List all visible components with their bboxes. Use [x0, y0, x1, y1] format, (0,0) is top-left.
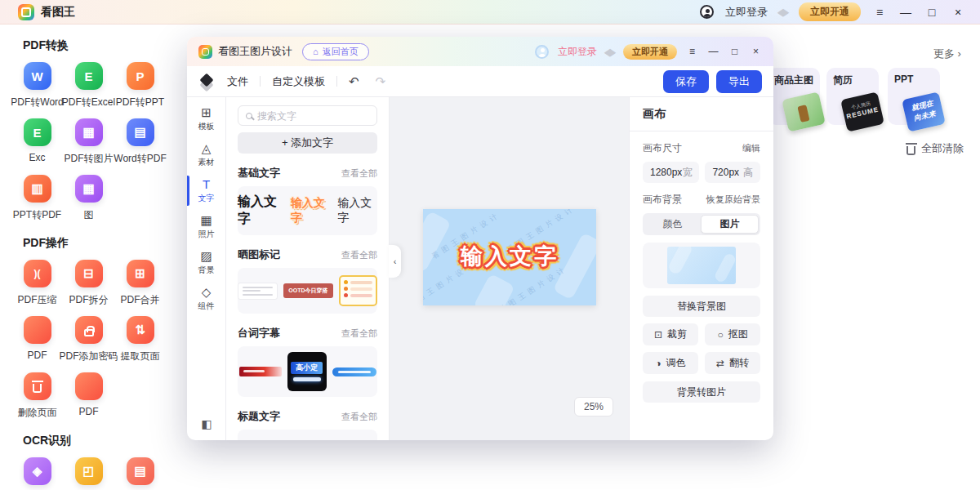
tool-pdf-split[interactable]: ⊟ PDF拆分	[63, 260, 114, 307]
maximize-button[interactable]: □	[924, 6, 939, 19]
minimize-button[interactable]: —	[707, 46, 719, 57]
blue-banner-sample[interactable]	[332, 368, 376, 376]
text-icon: T	[203, 178, 210, 191]
black-subtitle-sample[interactable]: 高小定	[287, 352, 327, 391]
tool-extract-pages[interactable]: ⇅ 提取页面	[114, 316, 166, 363]
search-box[interactable]	[238, 105, 377, 126]
collapse-panel-button[interactable]: ‹	[389, 245, 401, 278]
add-text-button[interactable]: + 添加文字	[238, 132, 377, 154]
cutout-icon: ○	[717, 329, 723, 341]
rail-item-template[interactable]: ⊞ 模板	[187, 101, 225, 136]
back-home-button[interactable]: ⌂ 返回首页	[302, 43, 369, 60]
template-icon: ⊞	[201, 106, 212, 119]
tool-word-to-pdf[interactable]: ▤ Word转PDF	[114, 118, 166, 166]
height-field[interactable]: 720px 高	[705, 162, 760, 183]
rail-item-material[interactable]: ◬ 素材	[187, 137, 225, 172]
clear-all-button[interactable]: 全部清除	[906, 141, 964, 156]
flip-button[interactable]: ⇄ 翻转	[705, 352, 760, 374]
edit-size-link[interactable]: 编辑	[742, 142, 760, 154]
tool-pdf-compress[interactable]: )( PDF压缩	[11, 260, 63, 307]
maximize-button[interactable]: □	[728, 46, 741, 57]
view-all-link[interactable]: 查看全部	[341, 167, 377, 180]
restore-bg-link[interactable]: 恢复原始背景	[706, 194, 760, 206]
upgrade-button[interactable]: 立即开通	[623, 44, 677, 60]
heading-samples: 追日计划 稳定集市 今日	[238, 430, 377, 440]
upgrade-button[interactable]: 立即开通	[799, 2, 861, 21]
word-icon: W	[24, 62, 51, 90]
tool-pdf-to-word[interactable]: W PDF转Word	[11, 62, 63, 109]
text-sample-regular[interactable]: 输入文字	[337, 196, 377, 225]
close-button[interactable]: ×	[750, 46, 762, 57]
menu-file[interactable]: 文件	[216, 74, 260, 89]
tab-color[interactable]: 颜色	[644, 215, 701, 234]
width-field[interactable]: 1280px 宽	[643, 162, 699, 183]
search-input[interactable]	[257, 110, 369, 122]
panel-toggle-icon[interactable]: ◧	[187, 417, 226, 430]
tool-pdf-to-ppt[interactable]: P PDF转PPT	[114, 62, 166, 109]
design-logo-icon	[198, 45, 212, 59]
zoom-level-badge[interactable]: 25%	[574, 397, 613, 416]
tool-excel-to-pdf[interactable]: E Exc	[11, 118, 63, 166]
crop-button[interactable]: ⊡ 裁剪	[643, 323, 698, 345]
tool-pdf-merge[interactable]: ⊞ PDF合并	[114, 260, 166, 307]
cube-icon: ◇	[202, 286, 212, 299]
close-button[interactable]: ×	[951, 6, 965, 19]
tool-single-ocr[interactable]: ◈ 单张识别	[11, 457, 63, 490]
user-avatar-icon[interactable]	[535, 45, 549, 59]
rail-item-photo[interactable]: ▦ 照片	[187, 209, 225, 244]
section-subtitles: 台词字幕	[238, 326, 280, 341]
rail-item-component[interactable]: ◇ 组件	[187, 281, 225, 316]
list-card-sample[interactable]	[339, 275, 377, 306]
adjust-color-button[interactable]: ◑ 调色	[643, 352, 698, 374]
save-button[interactable]: 保存	[663, 70, 709, 93]
minimize-button[interactable]: —	[898, 6, 913, 19]
user-avatar-icon[interactable]	[700, 5, 714, 19]
cutout-button[interactable]: ○ 抠图	[705, 323, 760, 345]
tool-delete-pages[interactable]: 删除页面	[11, 372, 63, 420]
replace-bg-button[interactable]: 替换背景图	[643, 296, 760, 317]
rail-item-background[interactable]: ▨ 背景	[187, 245, 225, 280]
view-all-link[interactable]: 查看全部	[341, 411, 377, 423]
undo-icon[interactable]: ↶	[337, 74, 368, 89]
ootd-badge-sample[interactable]: OOTD今日穿搭	[283, 283, 332, 298]
text-sample-orange[interactable]: 输入文字	[291, 196, 331, 225]
tool-ppt-to-pdf[interactable]: ▥ PPT转PDF	[11, 175, 63, 222]
red-banner-sample[interactable]	[239, 367, 282, 376]
tool-pdf-clipped[interactable]: PDF	[11, 316, 63, 363]
export-button[interactable]: 导出	[716, 70, 762, 93]
merge-icon: ⊞	[127, 260, 154, 287]
vip-diamond-icon[interactable]: ◆	[604, 46, 617, 58]
template-card-resume[interactable]: 简历 个人简历 RESUME	[826, 68, 879, 125]
note-card-sample[interactable]	[238, 283, 278, 300]
tool-pdf-password[interactable]: PDF添加密码	[63, 316, 114, 363]
rail-item-text[interactable]: T 文字	[187, 173, 225, 208]
design-canvas[interactable]: 看图王图片设计 看图王图片设计 看图王图片设计 看图王图片设计 输入文字	[423, 209, 596, 305]
tool-pdf-to-excel[interactable]: E PDF转Excel	[63, 62, 114, 109]
template-card-goods[interactable]: 商品主图	[768, 68, 820, 125]
text-sample-bold[interactable]: 输入文字	[238, 194, 283, 228]
redo-icon[interactable]: ↷	[368, 74, 394, 89]
layers-icon[interactable]	[199, 74, 216, 90]
menu-icon[interactable]: ≡	[686, 46, 698, 57]
tool-pdf-clipped[interactable]: PDF	[63, 372, 114, 420]
login-link[interactable]: 立即登录	[558, 45, 597, 59]
view-all-link[interactable]: 查看全部	[341, 327, 377, 340]
trash-icon	[906, 146, 915, 155]
login-link[interactable]: 立即登录	[725, 5, 768, 20]
menu-custom-template[interactable]: 自定义模板	[261, 74, 336, 89]
ppt-thumbnail: 就现在 向未来	[902, 91, 946, 131]
subtitle-samples: 高小定	[238, 346, 377, 397]
bg-preview-box[interactable]	[643, 243, 760, 288]
tab-image[interactable]: 图片	[701, 215, 759, 234]
vip-diamond-icon[interactable]: ◆	[777, 6, 790, 18]
tool-image-clipped[interactable]: ▦ 图	[63, 175, 114, 222]
view-all-link[interactable]: 查看全部	[341, 249, 377, 261]
menu-icon[interactable]: ≡	[872, 6, 887, 19]
template-card-ppt[interactable]: PPT 就现在 向未来	[888, 68, 940, 125]
tool-pdf-to-image[interactable]: ▦ PDF转图片	[63, 118, 114, 166]
tool-pdf-ocr[interactable]: ▤ PDF识别	[114, 457, 166, 490]
canvas-text-element[interactable]: 输入文字	[423, 242, 596, 271]
tool-batch-ocr[interactable]: ◰ 批量识别	[63, 457, 114, 490]
more-link[interactable]: 更多 ›	[933, 47, 961, 61]
bg-to-image-button[interactable]: 背景转图片	[643, 381, 760, 403]
